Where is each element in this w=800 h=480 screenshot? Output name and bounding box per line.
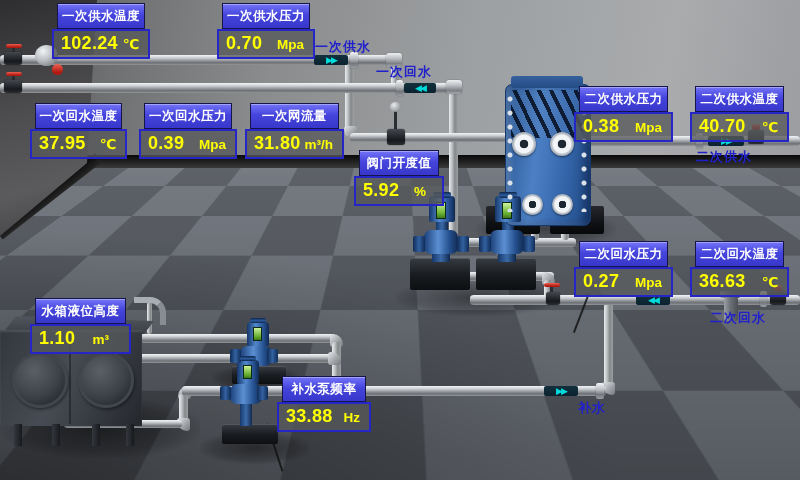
exchanger-port (522, 194, 543, 215)
exchanger-port (550, 132, 574, 156)
gauge-unit: ℃ (123, 36, 139, 52)
gauge-title: 一次回水压力 (144, 103, 232, 129)
gauge-title: 二次回水压力 (579, 241, 668, 267)
pipe-primary-to-exchanger (350, 133, 518, 142)
gauge-value-box: 31.80m³/h (245, 129, 344, 159)
pump-flange (220, 386, 231, 400)
gauge-unit: Hz (344, 410, 361, 425)
pump-flange (457, 236, 469, 252)
tank-leg (52, 424, 60, 446)
gauge-unit: Mpa (635, 275, 662, 290)
pump-base (410, 258, 470, 290)
pump-motor-cap (240, 356, 256, 361)
valve-handle (544, 283, 560, 287)
gauge-title: 阀门开度值 (359, 150, 439, 176)
gauge-unit: Mpa (277, 37, 304, 52)
gauge-secondary-supply-pressure: 二次供水压力 0.38Mpa (574, 86, 673, 142)
pipe-tank-to-pump (136, 354, 234, 363)
pipe-tank-upper (140, 334, 336, 343)
pump-foot (240, 404, 252, 426)
gauge-title: 补水泵频率 (282, 376, 366, 402)
gauge-unit: Mpa (635, 120, 662, 135)
gauge-unit: ℃ (100, 136, 116, 152)
pipe-flange (396, 80, 403, 96)
gauge-value: 102.24 (61, 33, 118, 54)
pipe-coupling (446, 80, 462, 94)
gauge-unit: ℃ (762, 119, 778, 135)
gauge-value-box: 5.92% (354, 176, 444, 206)
gauge-secondary-return-temp: 二次回水温度 36.63℃ (690, 241, 789, 297)
pipe-label-primary-return: 一次回水 (376, 63, 432, 81)
valve-primary-return-outlet[interactable] (4, 80, 22, 93)
pump-status-window (243, 365, 252, 379)
gauge-secondary-return-pressure: 二次回水压力 0.27Mpa (574, 241, 673, 297)
gauge-value-box: 1.10m³ (30, 324, 131, 354)
gauge-value-box: 0.27Mpa (574, 267, 673, 297)
gauge-value-box: 0.70Mpa (217, 29, 315, 59)
gauge-primary-return-temp: 一次回水温度 37.95℃ (30, 103, 127, 159)
pump-flange (479, 236, 491, 252)
circulation-pump-2[interactable] (490, 230, 524, 254)
exchanger-plates (511, 90, 583, 138)
control-valve[interactable] (387, 129, 405, 145)
gauge-value-box: 0.39Mpa (139, 129, 237, 159)
control-valve-actuator[interactable] (390, 102, 401, 112)
pipe-pump-discharge (272, 354, 334, 363)
gauge-title: 二次回水温度 (695, 241, 784, 267)
gauge-makeup-pump-frequency: 补水泵频率 33.88Hz (277, 376, 371, 432)
tank-leg (14, 424, 22, 446)
pipe-flange (596, 383, 604, 399)
tank-leg (92, 424, 100, 446)
gauge-value-box: 40.70℃ (690, 112, 789, 142)
gauge-value: 0.39 (148, 133, 184, 154)
flow-left-icon: ◀◀ (404, 83, 436, 93)
gauge-title: 二次供水压力 (579, 86, 668, 112)
gauge-title: 一次供水温度 (57, 3, 145, 29)
tank-leg (126, 424, 134, 446)
valve-handle (6, 44, 22, 48)
exchanger-top-frame (511, 76, 583, 88)
exchanger-bolts (507, 94, 513, 212)
flow-right-icon: ▶▶ (544, 386, 578, 396)
pump-motor-cap (250, 318, 266, 323)
gauge-unit: m³ (93, 332, 110, 347)
gauge-tank-level: 水箱液位高度 1.10m³ (30, 298, 131, 354)
gauge-primary-supply-pressure: 一次供水压力 0.70Mpa (217, 3, 315, 59)
gauge-primary-network-flow: 一次网流量 31.80m³/h (245, 103, 344, 159)
gauge-unit: m³/h (305, 137, 334, 152)
circulation-pump-1[interactable] (424, 230, 458, 254)
pipe-label-primary-supply: 一次供水 (315, 38, 371, 56)
gauge-value-box: 37.95℃ (30, 129, 127, 159)
gauge-primary-supply-temp: 一次供水温度 102.24℃ (52, 3, 150, 59)
drain-valve[interactable] (52, 64, 63, 75)
valve-primary-supply-inlet[interactable] (4, 52, 22, 65)
gauge-title: 二次供水温度 (695, 86, 784, 112)
pump-base (222, 424, 278, 444)
gauge-value: 5.92 (363, 180, 399, 201)
pipe-label-secondary-supply: 二次供水 (696, 148, 752, 166)
valve-secondary-return[interactable] (546, 292, 560, 305)
tank-manhole (78, 352, 134, 408)
gauge-value: 37.95 (39, 133, 86, 154)
gauge-value: 31.80 (254, 133, 301, 154)
gauge-value: 40.70 (699, 116, 746, 137)
gauge-value: 1.10 (39, 328, 75, 349)
pipe-primary-return (0, 83, 455, 93)
pump-flange (523, 236, 535, 252)
pipe-label-secondary-return: 二次回水 (710, 309, 766, 327)
exchanger-port (552, 194, 573, 215)
gauge-value: 0.38 (583, 116, 619, 137)
pipe-primary-supply-drop (345, 60, 354, 136)
pipe-makeup-riser (604, 303, 613, 387)
gauge-unit: % (414, 184, 426, 199)
gauge-unit: ℃ (762, 274, 778, 290)
pump-flange (267, 349, 278, 363)
pump-base (476, 258, 536, 290)
flow-right-icon: ▶▶ (314, 55, 348, 65)
gauge-valve-opening: 阀门开度值 5.92% (354, 150, 444, 206)
pump-status-window (253, 327, 262, 341)
valve-handle (6, 72, 22, 76)
gauge-value-box: 36.63℃ (690, 267, 789, 297)
tank-manhole (12, 352, 68, 408)
gauge-value: 0.70 (226, 33, 262, 54)
